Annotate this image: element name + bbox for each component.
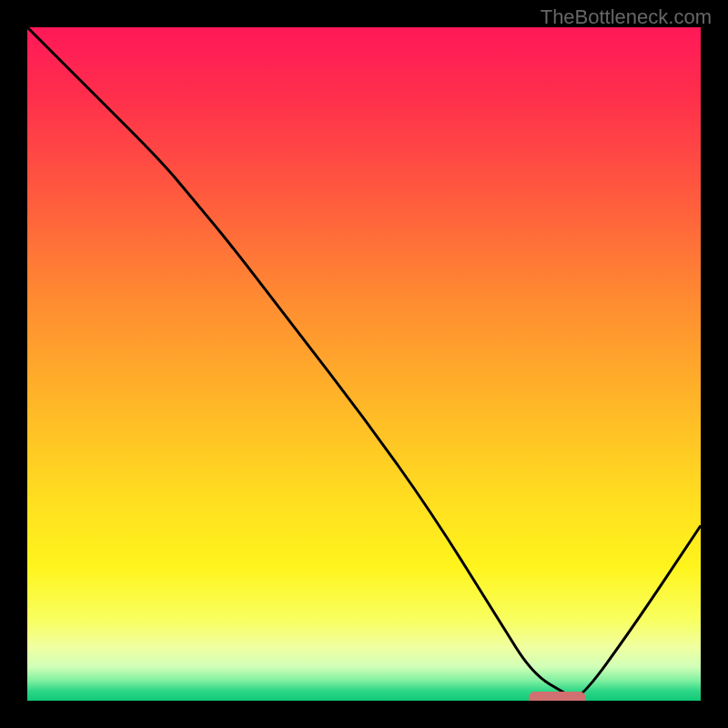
watermark-text: TheBottleneck.com: [541, 5, 712, 29]
chart-container: TheBottleneck.com: [0, 0, 728, 728]
curve-layer: [27, 27, 701, 701]
plot-area: [27, 27, 701, 701]
bottleneck-curve: [27, 27, 701, 698]
optimal-range-marker: [529, 692, 586, 701]
